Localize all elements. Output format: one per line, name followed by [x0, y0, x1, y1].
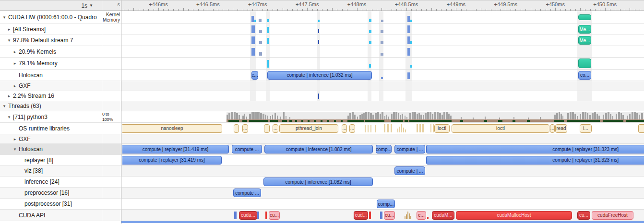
event-bar-api-dark[interactable]: cudaM... — [432, 211, 454, 220]
event-tick[interactable] — [318, 29, 319, 33]
timeline-row-python3[interactable] — [121, 111, 644, 123]
timeline-row-kernels[interactable] — [121, 46, 644, 58]
sidebar-item-threads[interactable]: ▾Threads (63) — [0, 101, 102, 111]
event-tick[interactable] — [410, 216, 411, 219]
event-tick[interactable] — [370, 125, 371, 132]
event-bar-os[interactable]: ... — [242, 124, 248, 133]
event-tick[interactable] — [384, 124, 385, 132]
event-bar-os[interactable]: ... — [273, 124, 278, 133]
event-tick[interactable] — [405, 216, 405, 219]
event-bar-api-light[interactable]: c... — [417, 211, 426, 220]
event-bar-os[interactable]: pthread_join — [279, 124, 338, 133]
event-tick[interactable] — [405, 130, 406, 132]
event-bar-nvtx[interactable]: compute ... — [233, 189, 261, 197]
event-bar-nvtx[interactable]: compute | ... — [394, 166, 425, 175]
expander-icon[interactable]: ▸ — [7, 27, 12, 32]
sidebar-item-all-streams[interactable]: ▸[All Streams] — [0, 24, 102, 35]
event-bar-os[interactable] — [638, 124, 644, 133]
event-tick[interactable] — [267, 19, 269, 22]
event-tick[interactable] — [430, 124, 431, 132]
expander-icon[interactable]: ▾ — [12, 147, 17, 152]
event-tick[interactable] — [410, 65, 412, 68]
timeline-row-holoscan-cuda[interactable]: c...compute | inference [1.032 ms]co... — [121, 70, 644, 81]
event-tick[interactable] — [259, 52, 262, 56]
event-tick[interactable] — [369, 30, 371, 33]
event-tick[interactable] — [391, 124, 392, 132]
event-bar-os[interactable]: ... — [342, 124, 347, 133]
event-tick[interactable] — [267, 27, 269, 33]
event-tick[interactable] — [368, 125, 369, 132]
event-tick[interactable] — [433, 124, 434, 132]
event-tick[interactable] — [251, 25, 255, 33]
event-tick[interactable] — [369, 212, 371, 219]
event-tick[interactable] — [381, 53, 383, 56]
sidebar-item-holoscan-cuda[interactable]: Holoscan — [0, 70, 102, 81]
sidebar-item-stream-16[interactable]: ▸2.2% Stream 16 — [0, 91, 102, 101]
event-tick[interactable] — [407, 16, 410, 22]
expander-icon[interactable]: ▸ — [12, 49, 17, 54]
expander-icon[interactable]: ▾ — [7, 115, 12, 119]
event-tick[interactable] — [259, 19, 262, 22]
event-tick[interactable] — [251, 48, 255, 56]
event-tick[interactable] — [318, 40, 319, 44]
event-bar-nvtx[interactable]: compute | ... — [394, 145, 425, 153]
timeline-row-stream-16[interactable] — [121, 91, 644, 101]
timeline-row-os-runtime[interactable]: nanosleep......pthread_join......ioctlio… — [121, 123, 644, 134]
event-tick[interactable] — [267, 60, 269, 68]
event-tick[interactable] — [318, 94, 319, 99]
event-tick[interactable] — [257, 212, 259, 219]
event-tick[interactable] — [375, 125, 376, 132]
event-tick[interactable] — [410, 20, 412, 22]
event-tick[interactable] — [251, 36, 255, 44]
sidebar-item-memory[interactable]: ▸79.1% Memory — [0, 58, 102, 70]
event-bar-nvtx[interactable]: compute | inference [1.032 ms] — [267, 71, 372, 80]
event-tick[interactable] — [407, 212, 408, 219]
timeline-row-default-stream-7[interactable]: Me... — [121, 35, 644, 46]
event-bar-os[interactable]: ... — [550, 124, 555, 133]
timeline-row-memory[interactable] — [121, 58, 644, 70]
event-tick[interactable] — [381, 30, 383, 33]
event-tick[interactable] — [365, 125, 366, 132]
event-bar-os[interactable]: read — [555, 124, 567, 133]
timeline-row-postprocessor[interactable]: comp... — [121, 199, 644, 210]
timeline-row-gxf-cuda[interactable] — [121, 81, 644, 91]
event-tick[interactable] — [407, 25, 410, 33]
sidebar-item-preprocessor[interactable]: preprocessor [16] — [0, 188, 102, 199]
timeline-row-replayer[interactable]: compute | replayer [31.419 ms]compute | … — [121, 155, 644, 165]
event-tick[interactable] — [369, 19, 371, 22]
timescale-dropdown[interactable]: 1s ▼ — [0, 0, 102, 11]
event-bar-nvtx[interactable]: compute | inference [1.082 ms] — [263, 177, 373, 186]
timeline-row-next-row[interactable] — [121, 221, 644, 224]
expander-icon[interactable]: ▸ — [12, 61, 17, 66]
event-bar-os[interactable]: ioctl — [434, 124, 450, 133]
event-bar-nvtx[interactable]: compute | replayer [31.419 ms] — [122, 156, 222, 165]
event-tick[interactable] — [407, 72, 410, 79]
sidebar-item-holoscan-thread[interactable]: ▾Holoscan — [0, 144, 102, 155]
event-tick[interactable] — [427, 217, 429, 219]
event-tick[interactable] — [381, 20, 383, 22]
event-tick[interactable] — [410, 41, 412, 44]
event-bar-nvtx[interactable]: c... — [251, 71, 258, 80]
event-tick[interactable] — [380, 212, 382, 219]
event-bar-teal[interactable] — [578, 14, 591, 20]
sidebar-item-kernels[interactable]: ▸20.9% Kernels — [0, 46, 102, 58]
event-tick[interactable] — [387, 124, 389, 132]
event-tick[interactable] — [369, 64, 371, 68]
sidebar-item-postprocessor[interactable]: postprocessor [31] — [0, 199, 102, 210]
event-bar-api-dark[interactable]: cuda... — [239, 211, 257, 220]
expander-icon[interactable]: ▸ — [12, 83, 17, 88]
event-tick[interactable] — [267, 38, 269, 44]
event-tick[interactable] — [422, 124, 424, 132]
timeline-row-holoscan-thread[interactable]: compute | replayer [31.419 ms]compute ..… — [121, 144, 644, 155]
event-tick[interactable] — [318, 20, 320, 22]
event-tick[interactable] — [403, 128, 404, 132]
sidebar-item-viz[interactable]: viz [38] — [0, 165, 102, 177]
event-bar-os[interactable] — [234, 124, 239, 133]
timeline-row-cuda-api[interactable]: cuda...cu...cud...cu...c...cudaM...cudaM… — [121, 210, 644, 221]
event-bar-api-light[interactable]: cu... — [269, 211, 280, 220]
timeline-ruler[interactable]: +446ms+446.5ms+447ms+447.5ms+448ms+448.5… — [121, 0, 644, 11]
expander-icon[interactable]: ▾ — [7, 38, 12, 43]
event-tick[interactable] — [234, 212, 237, 219]
event-bar-os[interactable]: i... — [580, 124, 592, 133]
event-bar-teal[interactable]: Me... — [578, 36, 591, 45]
